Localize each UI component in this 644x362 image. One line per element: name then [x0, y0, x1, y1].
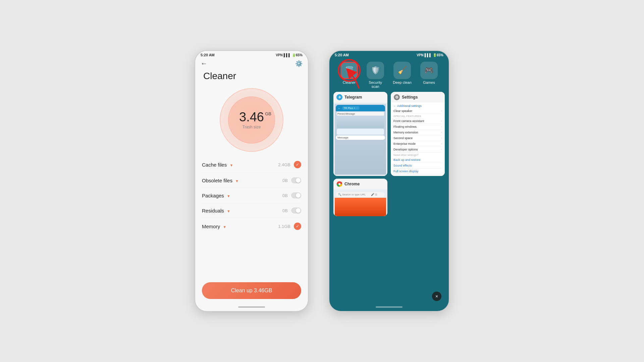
chrome-mini-content: [335, 198, 386, 216]
signal-icon-2: ▌▌▌: [425, 53, 432, 57]
settings-item-clear-speaker: Clear speaker ›: [393, 108, 442, 114]
trash-size-label: Trash size: [243, 125, 261, 129]
cleaner-icon-circle: 🗑️: [340, 62, 358, 79]
chrome-card[interactable]: Chrome 🔍 Search or type URL 🎤 ⊡: [333, 179, 387, 216]
clean-button[interactable]: Clean up 3.46GB: [202, 282, 301, 299]
tg-msg-bar: Message: [336, 135, 385, 140]
settings-card-label: Settings: [402, 95, 418, 100]
telegram-card-header: ✈ Telegram: [333, 92, 387, 103]
vpn-icon-2: VPN: [417, 53, 424, 57]
settings-item-front-camera: Front camera assistant ›: [393, 118, 442, 124]
settings-card[interactable]: ⚙ Settings ← Additional settings Clear s…: [391, 92, 445, 176]
page-title: Cleaner: [195, 69, 308, 85]
app-icons-section: 🗑️ Cleaner 🛡️ Securityscan 🧹 Deep clean …: [329, 58, 449, 90]
file-item-memory[interactable]: Memory ▼ 1.1GB ✓: [202, 218, 301, 234]
settings-label-special: SPECIAL FEATURES: [393, 114, 442, 118]
chrome-search-bar: 🔍 Search or type URL 🎤 ⊡: [336, 192, 385, 197]
cleaner-icon-label: Cleaner: [343, 80, 356, 84]
settings-item-sound: Sound effects: [393, 163, 442, 169]
check-memory[interactable]: ✓: [294, 223, 301, 230]
dropdown-obsolete: ▼: [235, 179, 239, 183]
app-icon-games[interactable]: 🎮 Games: [420, 62, 438, 88]
status-icons-2: VPN ▌▌▌ 🔋65%: [417, 53, 443, 57]
dropdown-cache: ▼: [229, 163, 233, 167]
trash-size-number: 3.46: [239, 111, 264, 123]
svg-point-3: [338, 183, 340, 185]
settings-item-enterprise: Enterprise mode ›: [393, 141, 442, 147]
dropdown-memory: ▼: [223, 225, 226, 229]
close-multitask-button[interactable]: ×: [432, 292, 441, 301]
deepclean-icon-circle: 🧹: [393, 62, 411, 79]
file-size-memory: 1.1GB: [278, 224, 290, 229]
trash-circle-section: 3.46 GB Trash size: [195, 85, 308, 157]
telegram-mini-content: ← TR Plus + ··· Pinned Message Message: [335, 104, 386, 175]
settings-button[interactable]: ⚙️: [295, 60, 303, 67]
file-size-residuals: 0B: [282, 208, 288, 213]
circle-outer: 3.46 GB Trash size: [220, 88, 283, 152]
security-icon-label: Securityscan: [369, 80, 382, 88]
phone-2-frame: 5:20 AM VPN ▌▌▌ 🔋65% 🗑️ Cleaner 🛡️ Secur…: [329, 50, 449, 312]
dropdown-residuals: ▼: [227, 209, 230, 213]
empty-space: [391, 179, 445, 216]
app-icons-row: 🗑️ Cleaner 🛡️ Securityscan 🧹 Deep clean …: [329, 58, 449, 90]
toggle-packages[interactable]: [291, 192, 301, 198]
status-bar-1: 5:20 AM VPN ▌▌▌ 🔋65%: [195, 51, 308, 58]
toggle-residuals[interactable]: [291, 207, 301, 214]
app-icon-cleaner[interactable]: 🗑️ Cleaner: [340, 62, 358, 88]
battery-icon-2: 🔋65%: [433, 53, 443, 57]
multitask-area: ✈ Telegram ← TR Plus + ··· Pinned Messag…: [329, 90, 449, 219]
file-name-residuals: Residuals ▼: [202, 208, 282, 214]
nav-bar-1: ← ⚙️: [195, 58, 308, 69]
file-name-packages: Packages ▼: [202, 193, 282, 198]
app-icon-deepclean[interactable]: 🧹 Deep clean: [393, 62, 412, 88]
settings-item-developer: Developer options ›: [393, 147, 442, 153]
telegram-card-body: ← TR Plus + ··· Pinned Message Message: [333, 103, 387, 176]
trash-size-unit: GB: [265, 111, 271, 116]
time-2: 5:20 AM: [335, 53, 349, 57]
toggle-obsolete[interactable]: [291, 177, 301, 183]
settings-card-header: ⚙ Settings: [391, 92, 445, 103]
home-indicator-2: [376, 306, 402, 308]
phone-1-frame: 5:20 AM VPN ▌▌▌ 🔋65% ← ⚙️ Cleaner 3.46 G…: [195, 50, 309, 312]
bottom-bar-2: [329, 304, 449, 311]
file-size-cache: 2.4GB: [278, 162, 290, 167]
chrome-card-icon: [336, 181, 342, 187]
status-bar-2: 5:20 AM VPN ▌▌▌ 🔋65%: [329, 51, 449, 58]
settings-item-fullscreen: Full screen display: [393, 169, 442, 174]
settings-card-body: ← Additional settings Clear speaker › SP…: [391, 103, 445, 176]
settings-item-floating: Floating windows ›: [393, 124, 442, 130]
multitask-row-2: Chrome 🔍 Search or type URL 🎤 ⊡: [333, 179, 445, 216]
time-1: 5:20 AM: [201, 53, 215, 57]
file-item-packages[interactable]: Packages ▼ 0B: [202, 188, 301, 203]
chrome-card-body: 🔍 Search or type URL 🎤 ⊡: [333, 189, 387, 216]
file-name-memory: Memory ▼: [202, 224, 278, 229]
file-item-cache[interactable]: Cache files ▼ 2.4GB ✓: [202, 157, 301, 173]
file-size-obsolete: 0B: [282, 178, 288, 183]
file-name-obsolete: Obsolete files ▼: [202, 178, 282, 183]
file-item-residuals[interactable]: Residuals ▼ 0B: [202, 203, 301, 218]
telegram-card-icon: ✈: [336, 94, 342, 100]
games-icon-label: Games: [423, 80, 435, 84]
telegram-card-label: Telegram: [344, 95, 362, 100]
dropdown-packages: ▼: [227, 194, 230, 198]
settings-item-second-space: Second space ›: [393, 135, 442, 141]
file-name-cache: Cache files ▼: [202, 162, 278, 168]
file-item-obsolete[interactable]: Obsolete files ▼ 0B: [202, 173, 301, 188]
circle-inner: 3.46 GB Trash size: [228, 97, 275, 143]
deepclean-icon-label: Deep clean: [393, 80, 412, 84]
file-size-packages: 0B: [282, 193, 288, 198]
security-icon-circle: 🛡️: [367, 62, 384, 79]
check-cache[interactable]: ✓: [294, 161, 301, 168]
back-button[interactable]: ←: [201, 60, 207, 67]
settings-item-memory-ext: Memory extension ›: [393, 130, 442, 135]
multitask-area-wrap: ✈ Telegram ← TR Plus + ··· Pinned Messag…: [329, 90, 449, 304]
chrome-card-header: Chrome: [333, 179, 387, 189]
settings-card-icon: ⚙: [394, 94, 400, 100]
app-icon-security[interactable]: 🛡️ Securityscan: [367, 62, 384, 88]
telegram-card[interactable]: ✈ Telegram ← TR Plus + ··· Pinned Messag…: [333, 92, 387, 176]
vpn-icon: VPN: [276, 53, 283, 57]
multitask-row-1: ✈ Telegram ← TR Plus + ··· Pinned Messag…: [333, 92, 445, 176]
battery-icon: 🔋65%: [292, 53, 303, 57]
bottom-bar-1: [195, 304, 308, 311]
chrome-card-label: Chrome: [344, 182, 360, 186]
